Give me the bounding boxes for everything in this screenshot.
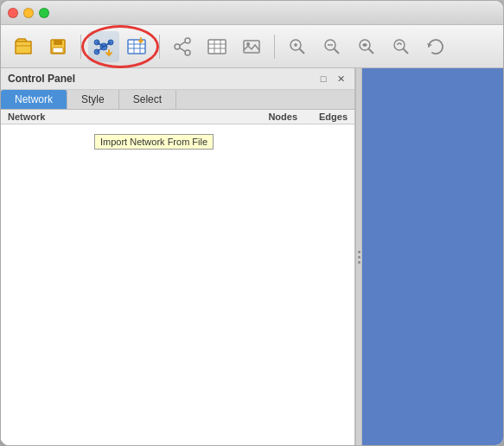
col-header-nodes: Nodes [252,112,304,122]
share-button[interactable] [167,31,198,62]
resize-dot [358,256,360,258]
zoom-in-button[interactable] [282,31,313,62]
resize-indicator [358,251,360,264]
toolbar [1,25,503,68]
refresh-button[interactable] [420,31,451,62]
svg-line-33 [335,48,340,54]
zoom-out-button[interactable] [316,31,348,62]
panel-float-button[interactable]: □ [316,72,330,86]
export-image-button[interactable] [236,31,267,62]
svg-rect-2 [53,48,63,53]
separator-2 [159,35,160,59]
table-header: Network Nodes Edges [1,110,354,124]
zoom-fit-button[interactable] [351,31,382,62]
resize-dot [358,251,360,253]
panel-controls: □ ✕ [316,72,348,86]
svg-line-35 [369,48,374,54]
svg-rect-10 [128,40,145,54]
network-table: Network Nodes Edges [1,110,354,445]
svg-line-19 [180,48,185,51]
col-header-edges: Edges [304,112,348,122]
svg-line-37 [404,48,409,54]
svg-rect-20 [208,40,226,54]
export-network-button[interactable] [201,31,233,62]
svg-line-18 [180,41,185,45]
panel-title: Control Panel [8,73,75,85]
tab-network[interactable]: Network [1,90,67,109]
maximize-button[interactable] [39,8,49,18]
resize-handle[interactable] [355,68,362,445]
minimize-button[interactable] [23,8,34,18]
separator-3 [274,35,275,59]
svg-point-15 [185,38,190,43]
tab-bar: Network Style Select [1,90,354,110]
col-header-network: Network [8,112,252,122]
import-group [88,31,152,62]
svg-line-30 [300,48,305,54]
title-bar [1,1,503,25]
main-window: Control Panel □ ✕ Network Style Select N… [0,0,504,446]
open-session-button[interactable] [8,31,39,62]
svg-rect-1 [54,40,62,45]
panel-header: Control Panel □ ✕ [1,68,354,90]
tab-select[interactable]: Select [119,90,176,109]
left-panel: Control Panel □ ✕ Network Style Select N… [1,68,355,445]
traffic-lights [8,8,49,18]
zoom-selected-button[interactable] [386,31,417,62]
save-session-button[interactable] [42,31,73,62]
import-table-button[interactable] [121,31,152,62]
tooltip-text: Import Network From File [100,137,207,147]
svg-point-17 [185,50,190,55]
panel-close-button[interactable]: ✕ [334,72,348,86]
resize-dot [358,261,360,264]
tooltip: Import Network From File [94,134,214,150]
svg-point-16 [175,44,180,49]
content-area: Control Panel □ ✕ Network Style Select N… [1,68,503,445]
separator-1 [80,35,81,59]
import-network-button[interactable] [88,31,119,62]
tab-style[interactable]: Style [67,90,119,109]
svg-point-36 [394,40,405,50]
close-button[interactable] [8,8,18,18]
right-panel [362,68,503,445]
